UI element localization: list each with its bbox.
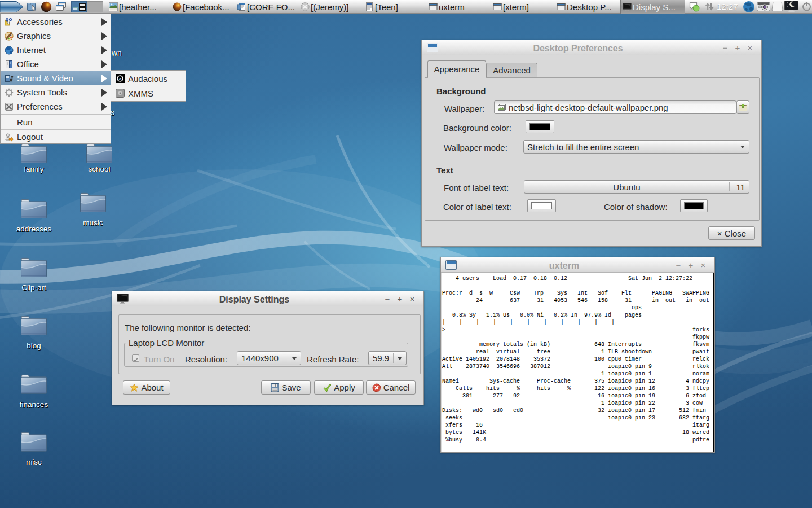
svg-text:a: a	[119, 76, 122, 81]
